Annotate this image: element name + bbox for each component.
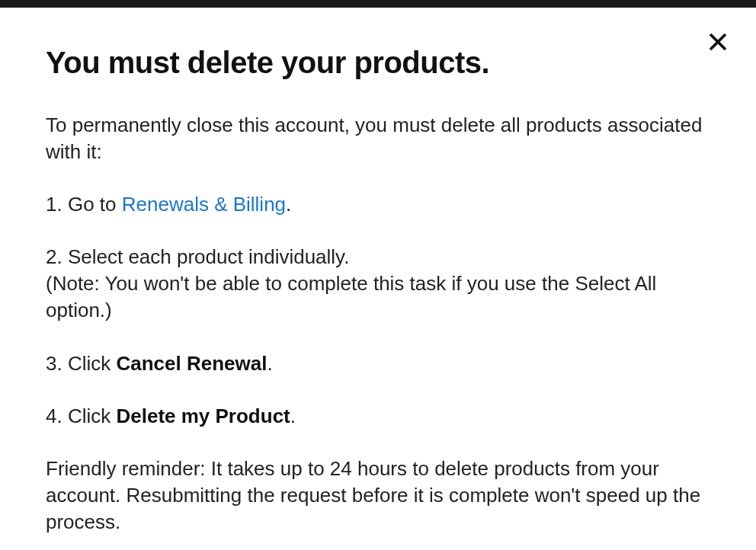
step-3-suffix: . bbox=[267, 352, 272, 375]
step-1: 1. Go to Renewals & Billing. bbox=[46, 191, 710, 218]
close-icon bbox=[706, 43, 729, 56]
close-button[interactable] bbox=[706, 30, 729, 56]
step-3-prefix: 3. Click bbox=[46, 352, 116, 375]
intro-text: To permanently close this account, you m… bbox=[46, 112, 710, 165]
step-2-line1: 2. Select each product individually. bbox=[46, 245, 349, 268]
step-2: 2. Select each product individually. (No… bbox=[46, 244, 710, 324]
step-3: 3. Click Cancel Renewal. bbox=[46, 350, 710, 377]
step-4-prefix: 4. Click bbox=[46, 405, 116, 427]
modal-title: You must delete your products. bbox=[46, 46, 710, 80]
modal-container: You must delete your products. To perman… bbox=[0, 8, 756, 550]
step-4-bold: Delete my Product bbox=[116, 405, 290, 427]
top-bar bbox=[0, 0, 756, 8]
step-1-prefix: 1. Go to bbox=[46, 193, 122, 216]
step-2-line2: (Note: You won't be able to complete thi… bbox=[46, 272, 656, 321]
renewals-billing-link[interactable]: Renewals & Billing bbox=[122, 193, 286, 216]
step-1-suffix: . bbox=[286, 193, 291, 216]
step-4: 4. Click Delete my Product. bbox=[46, 403, 710, 430]
step-3-bold: Cancel Renewal bbox=[116, 352, 267, 375]
step-4-suffix: . bbox=[290, 405, 296, 427]
reminder-text: Friendly reminder: It takes up to 24 hou… bbox=[46, 456, 710, 536]
